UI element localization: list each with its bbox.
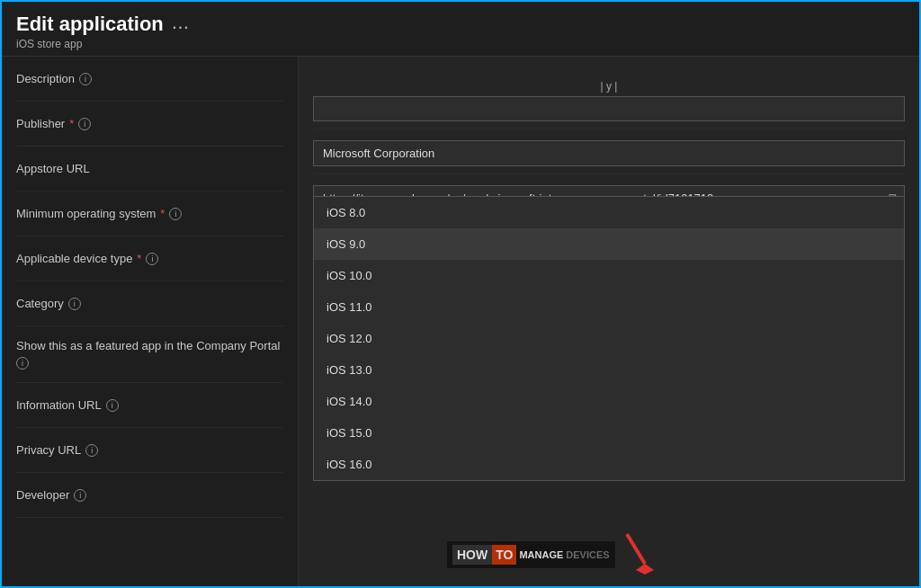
header-subtitle: iOS store app — [16, 38, 905, 50]
featured-app-info-icon[interactable]: i — [16, 357, 29, 370]
category-label-row: Category i — [16, 281, 283, 326]
dropdown-item-ios11[interactable]: iOS 11.0 — [314, 291, 904, 323]
description-top-text: | y | — [313, 73, 905, 96]
publisher-required: * — [69, 117, 74, 130]
dropdown-item-ios13[interactable]: iOS 13.0 — [314, 354, 904, 386]
arrow-container — [618, 530, 672, 577]
publisher-input-row — [313, 129, 905, 174]
applicable-device-required: * — [137, 252, 141, 265]
watermark-box: HOW TO MANAGE DEVICES — [447, 541, 615, 568]
dropdown-item-ios12[interactable]: iOS 12.0 — [314, 323, 904, 354]
appstore-url-label: Appstore URL — [16, 162, 90, 175]
min-os-info-icon[interactable]: i — [169, 208, 182, 220]
featured-app-label: Show this as a featured app in the Compa… — [16, 339, 283, 370]
min-os-dropdown: iOS 8.0 iOS 9.0 iOS 10.0 iOS 11.0 iOS 12… — [313, 196, 905, 481]
watermark-how: HOW — [452, 545, 492, 565]
svg-line-0 — [627, 534, 645, 564]
privacy-url-info-icon[interactable]: i — [85, 444, 98, 457]
applicable-device-label: Applicable device type * i — [16, 252, 158, 265]
dropdown-item-ios14[interactable]: iOS 14.0 — [314, 386, 904, 417]
dropdown-item-ios10[interactable]: iOS 10.0 — [314, 260, 904, 291]
dropdown-item-ios16[interactable]: iOS 16.0 — [314, 449, 904, 480]
header: Edit application ... iOS store app — [2, 2, 919, 57]
watermark-to: TO — [492, 545, 516, 565]
watermark: HOW TO MANAGE DEVICES — [447, 541, 615, 568]
page-title: Edit application — [16, 13, 164, 36]
dropdown-item-ios8[interactable]: iOS 8.0 — [314, 197, 904, 228]
privacy-url-label-row: Privacy URL i — [16, 428, 283, 473]
publisher-label-row: Publisher * i — [16, 102, 283, 147]
applicable-device-info-icon[interactable]: i — [146, 253, 158, 265]
category-info-icon[interactable]: i — [68, 298, 81, 310]
description-info-icon[interactable]: i — [79, 73, 92, 85]
left-panel: Description i Publisher * i Appstore URL — [2, 57, 299, 586]
description-label: Description i — [16, 72, 92, 85]
header-title: Edit application ... — [16, 13, 905, 36]
information-url-label-row: Information URL i — [16, 383, 283, 428]
category-label: Category i — [16, 297, 81, 310]
description-row: | y | — [313, 66, 905, 129]
dropdown-item-ios15[interactable]: iOS 15.0 — [314, 417, 904, 449]
information-url-info-icon[interactable]: i — [106, 399, 119, 412]
publisher-input[interactable] — [313, 140, 905, 166]
right-panel: | y | ⧉ iOS 9.0 ⌄ — [299, 57, 919, 586]
developer-label-row: Developer i — [16, 473, 283, 518]
privacy-url-label: Privacy URL i — [16, 443, 98, 457]
information-url-label: Information URL i — [16, 398, 119, 412]
developer-info-icon[interactable]: i — [74, 489, 86, 502]
main-container: Edit application ... iOS store app Descr… — [0, 0, 921, 588]
min-os-label: Minimum operating system * i — [16, 207, 182, 220]
watermark-devices: DEVICES — [566, 549, 609, 560]
min-os-label-row: Minimum operating system * i — [16, 192, 283, 236]
more-options-dots[interactable]: ... — [173, 16, 190, 32]
watermark-manage: MANAGE — [516, 549, 566, 560]
red-arrow-icon — [618, 530, 672, 575]
developer-label: Developer i — [16, 488, 86, 502]
publisher-info-icon[interactable]: i — [78, 118, 91, 130]
publisher-label: Publisher * i — [16, 117, 91, 130]
content-area: Description i Publisher * i Appstore URL — [2, 57, 919, 586]
min-os-required: * — [160, 207, 165, 220]
applicable-device-label-row: Applicable device type * i — [16, 236, 283, 281]
dropdown-item-ios9[interactable]: iOS 9.0 — [314, 228, 904, 260]
svg-marker-1 — [636, 564, 654, 575]
appstore-url-label-row: Appstore URL — [16, 147, 283, 192]
featured-app-label-row: Show this as a featured app in the Compa… — [16, 326, 283, 383]
description-label-row: Description i — [16, 57, 283, 102]
